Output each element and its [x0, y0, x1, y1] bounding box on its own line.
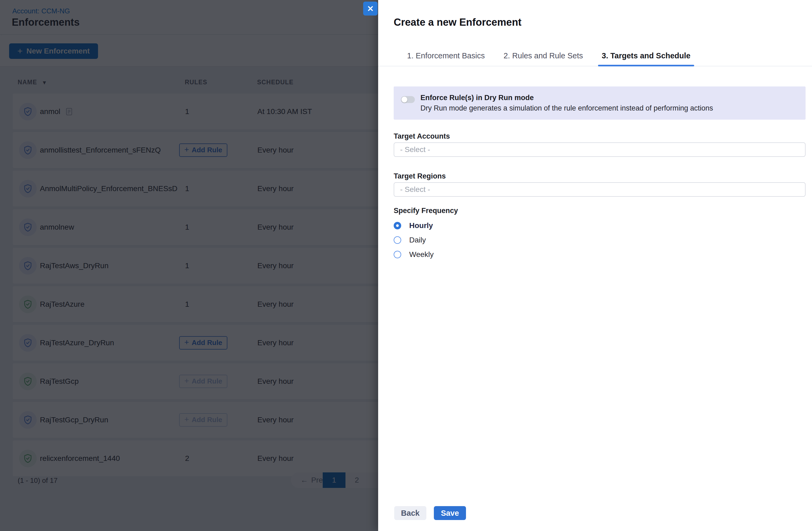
target-regions-select[interactable]: - Select -: [394, 182, 806, 197]
frequency-option-weekly[interactable]: Weekly: [394, 251, 806, 258]
create-enforcement-drawer: Create a new Enforcement 1. Enforcement …: [378, 0, 812, 531]
drawer-body: Enforce Rule(s) in Dry Run mode Dry Run …: [394, 86, 806, 258]
drawer-title: Create a new Enforcement: [394, 17, 521, 28]
radio-unselected-icon[interactable]: [394, 251, 401, 258]
frequency-option-label: Daily: [409, 236, 426, 245]
dry-run-toggle[interactable]: [401, 96, 415, 103]
tab-enforcement-basics[interactable]: 1. Enforcement Basics: [403, 45, 489, 66]
frequency-option-label: Hourly: [409, 221, 433, 230]
dry-run-description: Dry Run mode generates a simulation of t…: [420, 103, 713, 114]
dry-run-title: Enforce Rule(s) in Dry Run mode: [420, 93, 713, 103]
wizard-tabs: 1. Enforcement Basics 2. Rules and Rule …: [378, 45, 812, 67]
tab-rules-and-rule-sets[interactable]: 2. Rules and Rule Sets: [500, 45, 587, 66]
dry-run-panel: Enforce Rule(s) in Dry Run mode Dry Run …: [394, 86, 806, 120]
frequency-option-daily[interactable]: Daily: [394, 236, 806, 244]
drawer-footer: Back Save: [394, 506, 466, 520]
frequency-option-label: Weekly: [409, 250, 434, 259]
target-accounts-label: Target Accounts: [394, 132, 806, 141]
target-regions-label: Target Regions: [394, 172, 806, 180]
specify-frequency-label: Specify Frequency: [394, 206, 806, 215]
back-button[interactable]: Back: [394, 506, 426, 520]
drawer-close-button[interactable]: ✕: [363, 2, 378, 16]
radio-unselected-icon[interactable]: [394, 236, 401, 244]
target-accounts-select[interactable]: - Select -: [394, 143, 806, 157]
radio-selected-icon[interactable]: [394, 222, 401, 230]
save-button[interactable]: Save: [434, 506, 466, 520]
toggle-knob-icon: [402, 97, 407, 103]
frequency-option-hourly[interactable]: Hourly: [394, 222, 806, 230]
tab-targets-and-schedule[interactable]: 3. Targets and Schedule: [598, 45, 694, 66]
dry-run-text: Enforce Rule(s) in Dry Run mode Dry Run …: [420, 93, 713, 114]
